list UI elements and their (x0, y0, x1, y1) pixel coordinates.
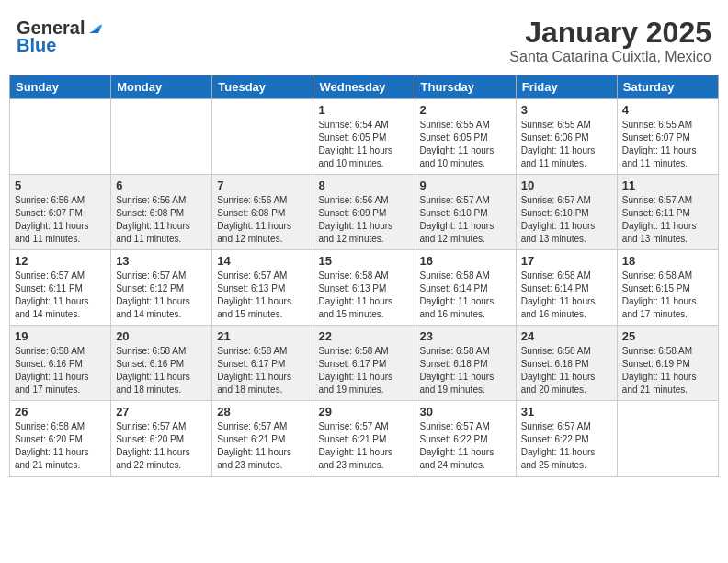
day-number: 18 (622, 254, 713, 268)
weekday-header-sunday: Sunday (10, 75, 111, 99)
day-info: Sunrise: 6:57 AMSunset: 6:10 PMDaylight:… (420, 194, 511, 246)
day-number: 6 (116, 178, 207, 192)
day-info: Sunrise: 6:58 AMSunset: 6:16 PMDaylight:… (116, 345, 207, 396)
calendar-day-cell: 27Sunrise: 6:57 AMSunset: 6:20 PMDayligh… (111, 401, 212, 477)
calendar-day-cell: 31Sunrise: 6:57 AMSunset: 6:22 PMDayligh… (516, 401, 617, 477)
day-number: 17 (521, 254, 612, 268)
day-number: 3 (521, 103, 612, 117)
day-number: 23 (420, 329, 511, 343)
svg-marker-1 (93, 24, 102, 29)
calendar-day-cell: 5Sunrise: 6:56 AMSunset: 6:07 PMDaylight… (10, 175, 111, 250)
day-info: Sunrise: 6:57 AMSunset: 6:20 PMDaylight:… (116, 420, 207, 472)
day-number: 12 (15, 254, 106, 268)
calendar-day-cell: 26Sunrise: 6:58 AMSunset: 6:20 PMDayligh… (10, 401, 111, 477)
logo: General Blue (17, 17, 106, 56)
calendar-day-cell: 1Sunrise: 6:54 AMSunset: 6:05 PMDaylight… (313, 99, 415, 175)
calendar-week-row: 5Sunrise: 6:56 AMSunset: 6:07 PMDaylight… (10, 175, 719, 250)
day-number: 14 (217, 254, 308, 268)
day-info: Sunrise: 6:57 AMSunset: 6:11 PMDaylight:… (622, 194, 713, 246)
calendar-day-cell: 9Sunrise: 6:57 AMSunset: 6:10 PMDaylight… (415, 175, 516, 250)
day-info: Sunrise: 6:58 AMSunset: 6:14 PMDaylight:… (521, 270, 612, 321)
calendar-day-cell: 17Sunrise: 6:58 AMSunset: 6:14 PMDayligh… (516, 250, 617, 326)
calendar-title: January 2025 (509, 17, 711, 49)
weekday-header-monday: Monday (111, 75, 212, 99)
day-info: Sunrise: 6:55 AMSunset: 6:07 PMDaylight:… (622, 119, 713, 170)
day-info: Sunrise: 6:58 AMSunset: 6:16 PMDaylight:… (15, 345, 106, 396)
calendar-day-cell: 28Sunrise: 6:57 AMSunset: 6:21 PMDayligh… (212, 401, 313, 477)
calendar-week-row: 1Sunrise: 6:54 AMSunset: 6:05 PMDaylight… (10, 99, 719, 175)
day-number: 5 (15, 178, 106, 192)
calendar-day-cell: 4Sunrise: 6:55 AMSunset: 6:07 PMDaylight… (617, 99, 718, 175)
calendar-table: SundayMondayTuesdayWednesdayThursdayFrid… (9, 75, 719, 477)
calendar-day-cell: 8Sunrise: 6:56 AMSunset: 6:09 PMDaylight… (313, 175, 415, 250)
weekday-header-saturday: Saturday (617, 75, 718, 99)
calendar-day-cell: 7Sunrise: 6:56 AMSunset: 6:08 PMDaylight… (212, 175, 313, 250)
calendar-day-cell: 16Sunrise: 6:58 AMSunset: 6:14 PMDayligh… (415, 250, 516, 326)
day-info: Sunrise: 6:57 AMSunset: 6:22 PMDaylight:… (521, 420, 612, 472)
day-number: 19 (15, 329, 106, 343)
logo-blue: Blue (17, 35, 56, 56)
calendar-day-cell: 14Sunrise: 6:57 AMSunset: 6:13 PMDayligh… (212, 250, 313, 326)
calendar-day-cell: 22Sunrise: 6:58 AMSunset: 6:17 PMDayligh… (313, 326, 415, 401)
calendar-week-row: 26Sunrise: 6:58 AMSunset: 6:20 PMDayligh… (10, 401, 719, 477)
calendar-day-cell: 24Sunrise: 6:58 AMSunset: 6:18 PMDayligh… (516, 326, 617, 401)
calendar-day-cell: 2Sunrise: 6:55 AMSunset: 6:05 PMDaylight… (415, 99, 516, 175)
day-info: Sunrise: 6:56 AMSunset: 6:09 PMDaylight:… (318, 194, 409, 246)
day-number: 7 (217, 178, 308, 192)
day-info: Sunrise: 6:57 AMSunset: 6:22 PMDaylight:… (420, 420, 511, 472)
day-info: Sunrise: 6:58 AMSunset: 6:18 PMDaylight:… (521, 345, 612, 396)
day-info: Sunrise: 6:57 AMSunset: 6:10 PMDaylight:… (521, 194, 612, 246)
calendar-day-cell: 30Sunrise: 6:57 AMSunset: 6:22 PMDayligh… (415, 401, 516, 477)
day-info: Sunrise: 6:57 AMSunset: 6:21 PMDaylight:… (318, 420, 409, 472)
day-info: Sunrise: 6:57 AMSunset: 6:12 PMDaylight:… (116, 270, 207, 321)
day-info: Sunrise: 6:56 AMSunset: 6:07 PMDaylight:… (15, 194, 106, 246)
empty-day-cell (617, 401, 718, 477)
calendar-day-cell: 10Sunrise: 6:57 AMSunset: 6:10 PMDayligh… (516, 175, 617, 250)
day-number: 31 (521, 405, 612, 419)
day-number: 4 (622, 103, 713, 117)
day-info: Sunrise: 6:57 AMSunset: 6:21 PMDaylight:… (217, 420, 308, 472)
empty-day-cell (212, 99, 313, 175)
day-number: 24 (521, 329, 612, 343)
day-info: Sunrise: 6:58 AMSunset: 6:17 PMDaylight:… (217, 345, 308, 396)
page-header: General Blue January 2025 Santa Catarina… (9, 9, 719, 71)
weekday-header-wednesday: Wednesday (313, 75, 415, 99)
calendar-day-cell: 12Sunrise: 6:57 AMSunset: 6:11 PMDayligh… (10, 250, 111, 326)
calendar-day-cell: 13Sunrise: 6:57 AMSunset: 6:12 PMDayligh… (111, 250, 212, 326)
calendar-day-cell: 19Sunrise: 6:58 AMSunset: 6:16 PMDayligh… (10, 326, 111, 401)
weekday-header-row: SundayMondayTuesdayWednesdayThursdayFrid… (10, 75, 719, 99)
calendar-week-row: 12Sunrise: 6:57 AMSunset: 6:11 PMDayligh… (10, 250, 719, 326)
calendar-day-cell: 11Sunrise: 6:57 AMSunset: 6:11 PMDayligh… (617, 175, 718, 250)
day-number: 21 (217, 329, 308, 343)
calendar-day-cell: 20Sunrise: 6:58 AMSunset: 6:16 PMDayligh… (111, 326, 212, 401)
calendar-day-cell: 21Sunrise: 6:58 AMSunset: 6:17 PMDayligh… (212, 326, 313, 401)
day-info: Sunrise: 6:58 AMSunset: 6:15 PMDaylight:… (622, 270, 713, 321)
day-info: Sunrise: 6:55 AMSunset: 6:05 PMDaylight:… (420, 119, 511, 170)
day-info: Sunrise: 6:58 AMSunset: 6:13 PMDaylight:… (318, 270, 409, 321)
calendar-day-cell: 3Sunrise: 6:55 AMSunset: 6:06 PMDaylight… (516, 99, 617, 175)
title-area: January 2025 Santa Catarina Cuixtla, Mex… (509, 17, 711, 65)
day-info: Sunrise: 6:58 AMSunset: 6:20 PMDaylight:… (15, 420, 106, 472)
day-number: 26 (15, 405, 106, 419)
day-info: Sunrise: 6:56 AMSunset: 6:08 PMDaylight:… (217, 194, 308, 246)
logo-icon (85, 17, 106, 37)
day-number: 25 (622, 329, 713, 343)
empty-day-cell (111, 99, 212, 175)
day-info: Sunrise: 6:56 AMSunset: 6:08 PMDaylight:… (116, 194, 207, 246)
day-number: 15 (318, 254, 409, 268)
weekday-header-thursday: Thursday (415, 75, 516, 99)
day-info: Sunrise: 6:57 AMSunset: 6:11 PMDaylight:… (15, 270, 106, 321)
day-number: 1 (318, 103, 409, 117)
calendar-day-cell: 18Sunrise: 6:58 AMSunset: 6:15 PMDayligh… (617, 250, 718, 326)
calendar-day-cell: 25Sunrise: 6:58 AMSunset: 6:19 PMDayligh… (617, 326, 718, 401)
day-info: Sunrise: 6:58 AMSunset: 6:18 PMDaylight:… (420, 345, 511, 396)
calendar-subtitle: Santa Catarina Cuixtla, Mexico (509, 49, 711, 65)
day-number: 29 (318, 405, 409, 419)
weekday-header-tuesday: Tuesday (212, 75, 313, 99)
calendar-day-cell: 23Sunrise: 6:58 AMSunset: 6:18 PMDayligh… (415, 326, 516, 401)
calendar-day-cell: 29Sunrise: 6:57 AMSunset: 6:21 PMDayligh… (313, 401, 415, 477)
day-info: Sunrise: 6:54 AMSunset: 6:05 PMDaylight:… (318, 119, 409, 170)
day-info: Sunrise: 6:55 AMSunset: 6:06 PMDaylight:… (521, 119, 612, 170)
day-info: Sunrise: 6:58 AMSunset: 6:14 PMDaylight:… (420, 270, 511, 321)
day-number: 27 (116, 405, 207, 419)
